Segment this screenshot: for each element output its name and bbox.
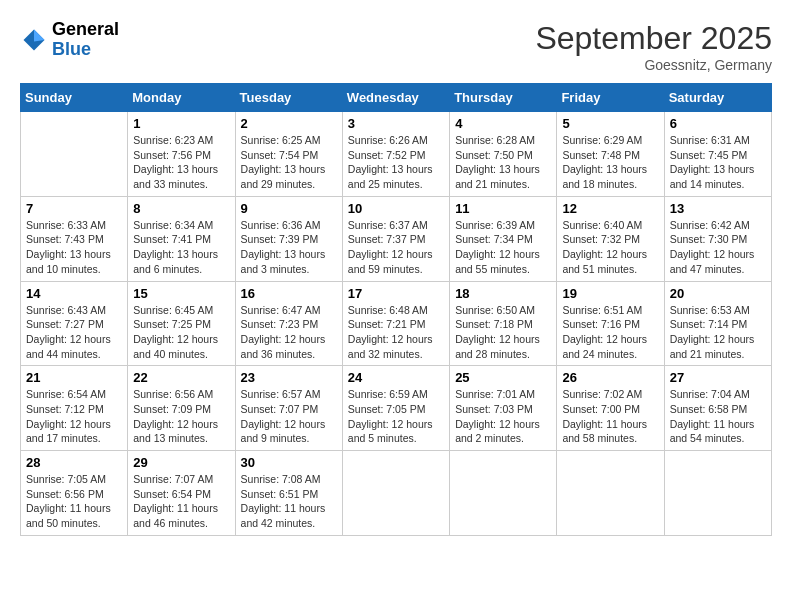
day-number: 20 [670,286,766,301]
calendar-week-row: 7Sunrise: 6:33 AMSunset: 7:43 PMDaylight… [21,196,772,281]
cell-content: Sunrise: 7:02 AMSunset: 7:00 PMDaylight:… [562,387,658,446]
cell-content: Sunrise: 6:25 AMSunset: 7:54 PMDaylight:… [241,133,337,192]
cell-content: Sunrise: 6:54 AMSunset: 7:12 PMDaylight:… [26,387,122,446]
calendar-cell: 22Sunrise: 6:56 AMSunset: 7:09 PMDayligh… [128,366,235,451]
calendar-cell: 3Sunrise: 6:26 AMSunset: 7:52 PMDaylight… [342,112,449,197]
location: Goessnitz, Germany [535,57,772,73]
calendar-week-row: 28Sunrise: 7:05 AMSunset: 6:56 PMDayligh… [21,451,772,536]
cell-content: Sunrise: 6:31 AMSunset: 7:45 PMDaylight:… [670,133,766,192]
calendar-cell [557,451,664,536]
day-number: 9 [241,201,337,216]
calendar-cell: 5Sunrise: 6:29 AMSunset: 7:48 PMDaylight… [557,112,664,197]
calendar-cell: 24Sunrise: 6:59 AMSunset: 7:05 PMDayligh… [342,366,449,451]
day-number: 1 [133,116,229,131]
day-number: 19 [562,286,658,301]
page-header: General Blue September 2025 Goessnitz, G… [20,20,772,73]
cell-content: Sunrise: 6:29 AMSunset: 7:48 PMDaylight:… [562,133,658,192]
cell-content: Sunrise: 6:34 AMSunset: 7:41 PMDaylight:… [133,218,229,277]
day-number: 10 [348,201,444,216]
day-number: 6 [670,116,766,131]
calendar-cell: 20Sunrise: 6:53 AMSunset: 7:14 PMDayligh… [664,281,771,366]
cell-content: Sunrise: 6:57 AMSunset: 7:07 PMDaylight:… [241,387,337,446]
day-number: 11 [455,201,551,216]
calendar-week-row: 1Sunrise: 6:23 AMSunset: 7:56 PMDaylight… [21,112,772,197]
calendar-cell: 1Sunrise: 6:23 AMSunset: 7:56 PMDaylight… [128,112,235,197]
calendar-cell: 27Sunrise: 7:04 AMSunset: 6:58 PMDayligh… [664,366,771,451]
logo-text: General Blue [52,20,119,60]
day-header: Thursday [450,84,557,112]
cell-content: Sunrise: 6:48 AMSunset: 7:21 PMDaylight:… [348,303,444,362]
day-header: Tuesday [235,84,342,112]
calendar-cell: 19Sunrise: 6:51 AMSunset: 7:16 PMDayligh… [557,281,664,366]
calendar-cell [450,451,557,536]
header-row: SundayMondayTuesdayWednesdayThursdayFrid… [21,84,772,112]
calendar-cell: 21Sunrise: 6:54 AMSunset: 7:12 PMDayligh… [21,366,128,451]
cell-content: Sunrise: 6:23 AMSunset: 7:56 PMDaylight:… [133,133,229,192]
day-number: 23 [241,370,337,385]
calendar-cell: 2Sunrise: 6:25 AMSunset: 7:54 PMDaylight… [235,112,342,197]
calendar-cell [664,451,771,536]
cell-content: Sunrise: 6:26 AMSunset: 7:52 PMDaylight:… [348,133,444,192]
day-number: 3 [348,116,444,131]
cell-content: Sunrise: 6:40 AMSunset: 7:32 PMDaylight:… [562,218,658,277]
month-title: September 2025 [535,20,772,57]
cell-content: Sunrise: 6:36 AMSunset: 7:39 PMDaylight:… [241,218,337,277]
day-number: 22 [133,370,229,385]
cell-content: Sunrise: 6:39 AMSunset: 7:34 PMDaylight:… [455,218,551,277]
day-header: Friday [557,84,664,112]
calendar-cell: 23Sunrise: 6:57 AMSunset: 7:07 PMDayligh… [235,366,342,451]
cell-content: Sunrise: 6:47 AMSunset: 7:23 PMDaylight:… [241,303,337,362]
calendar-cell: 14Sunrise: 6:43 AMSunset: 7:27 PMDayligh… [21,281,128,366]
day-number: 7 [26,201,122,216]
day-header: Wednesday [342,84,449,112]
day-number: 17 [348,286,444,301]
calendar-cell: 8Sunrise: 6:34 AMSunset: 7:41 PMDaylight… [128,196,235,281]
logo: General Blue [20,20,119,60]
cell-content: Sunrise: 6:28 AMSunset: 7:50 PMDaylight:… [455,133,551,192]
day-number: 13 [670,201,766,216]
day-number: 4 [455,116,551,131]
day-number: 14 [26,286,122,301]
day-number: 12 [562,201,658,216]
svg-marker-1 [34,29,45,41]
calendar-cell: 6Sunrise: 6:31 AMSunset: 7:45 PMDaylight… [664,112,771,197]
day-number: 29 [133,455,229,470]
calendar-cell: 4Sunrise: 6:28 AMSunset: 7:50 PMDaylight… [450,112,557,197]
calendar-cell: 18Sunrise: 6:50 AMSunset: 7:18 PMDayligh… [450,281,557,366]
calendar-cell: 9Sunrise: 6:36 AMSunset: 7:39 PMDaylight… [235,196,342,281]
cell-content: Sunrise: 6:53 AMSunset: 7:14 PMDaylight:… [670,303,766,362]
day-number: 16 [241,286,337,301]
calendar-cell: 10Sunrise: 6:37 AMSunset: 7:37 PMDayligh… [342,196,449,281]
calendar-week-row: 14Sunrise: 6:43 AMSunset: 7:27 PMDayligh… [21,281,772,366]
calendar-cell: 7Sunrise: 6:33 AMSunset: 7:43 PMDaylight… [21,196,128,281]
calendar-cell [21,112,128,197]
day-number: 27 [670,370,766,385]
calendar-cell: 16Sunrise: 6:47 AMSunset: 7:23 PMDayligh… [235,281,342,366]
calendar-cell: 15Sunrise: 6:45 AMSunset: 7:25 PMDayligh… [128,281,235,366]
cell-content: Sunrise: 7:05 AMSunset: 6:56 PMDaylight:… [26,472,122,531]
calendar-cell: 28Sunrise: 7:05 AMSunset: 6:56 PMDayligh… [21,451,128,536]
title-block: September 2025 Goessnitz, Germany [535,20,772,73]
day-number: 25 [455,370,551,385]
logo-icon [20,26,48,54]
calendar-cell: 11Sunrise: 6:39 AMSunset: 7:34 PMDayligh… [450,196,557,281]
cell-content: Sunrise: 6:43 AMSunset: 7:27 PMDaylight:… [26,303,122,362]
calendar-cell: 30Sunrise: 7:08 AMSunset: 6:51 PMDayligh… [235,451,342,536]
calendar-cell: 17Sunrise: 6:48 AMSunset: 7:21 PMDayligh… [342,281,449,366]
day-number: 26 [562,370,658,385]
cell-content: Sunrise: 7:08 AMSunset: 6:51 PMDaylight:… [241,472,337,531]
day-number: 30 [241,455,337,470]
day-number: 2 [241,116,337,131]
cell-content: Sunrise: 7:07 AMSunset: 6:54 PMDaylight:… [133,472,229,531]
calendar-table: SundayMondayTuesdayWednesdayThursdayFrid… [20,83,772,536]
calendar-cell [342,451,449,536]
day-number: 21 [26,370,122,385]
cell-content: Sunrise: 6:51 AMSunset: 7:16 PMDaylight:… [562,303,658,362]
day-header: Sunday [21,84,128,112]
day-number: 15 [133,286,229,301]
calendar-cell: 12Sunrise: 6:40 AMSunset: 7:32 PMDayligh… [557,196,664,281]
cell-content: Sunrise: 6:56 AMSunset: 7:09 PMDaylight:… [133,387,229,446]
cell-content: Sunrise: 6:59 AMSunset: 7:05 PMDaylight:… [348,387,444,446]
cell-content: Sunrise: 6:37 AMSunset: 7:37 PMDaylight:… [348,218,444,277]
day-number: 8 [133,201,229,216]
